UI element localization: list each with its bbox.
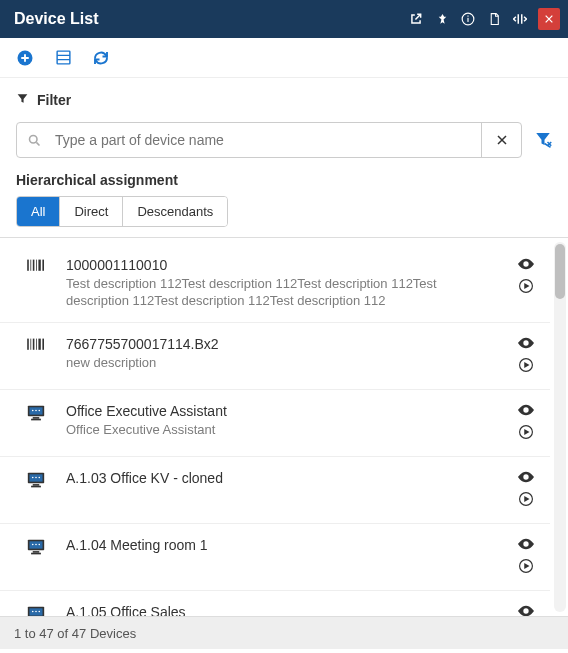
device-row[interactable]: A.1.05 Office Sales: [0, 590, 550, 616]
device-list: 1000001110010Test description 112Test de…: [0, 244, 568, 616]
svg-rect-6: [27, 260, 29, 271]
segment-all[interactable]: All: [17, 197, 59, 226]
svg-rect-30: [33, 484, 40, 486]
device-type-icon: [18, 335, 54, 353]
svg-rect-17: [38, 339, 40, 350]
svg-rect-4: [57, 51, 70, 64]
hierarchical-segment: All Direct Descendants: [16, 196, 228, 227]
device-actions: [512, 335, 540, 377]
svg-rect-16: [36, 339, 37, 350]
device-description: Test description 112Test description 112…: [66, 276, 500, 310]
device-name: A.1.03 Office KV - cloned: [66, 469, 500, 487]
svg-point-24: [32, 410, 34, 412]
device-type-icon: [18, 536, 54, 556]
device-description: new description: [66, 355, 500, 372]
svg-point-41: [35, 544, 37, 546]
device-name: A.1.05 Office Sales: [66, 603, 500, 616]
device-type-icon: [18, 469, 54, 489]
device-text: Office Executive AssistantOffice Executi…: [66, 402, 500, 439]
device-text: 7667755700017114.Bx2new description: [66, 335, 500, 372]
add-icon[interactable]: [16, 49, 34, 67]
hierarchical-label: Hierarchical assignment: [16, 172, 552, 188]
svg-rect-22: [33, 417, 40, 419]
segment-descendants[interactable]: Descendants: [122, 197, 227, 226]
device-row[interactable]: 1000001110010Test description 112Test de…: [0, 244, 550, 322]
device-name: A.1.04 Meeting room 1: [66, 536, 500, 554]
filter-label: Filter: [37, 92, 71, 108]
device-name: 1000001110010: [66, 256, 500, 274]
filter-icon: [16, 92, 29, 108]
scrollbar[interactable]: [554, 242, 566, 612]
toolbar: [0, 38, 568, 78]
device-actions: [512, 603, 540, 616]
play-icon[interactable]: [519, 425, 533, 442]
search-input[interactable]: [51, 123, 481, 157]
device-text: 1000001110010Test description 112Test de…: [66, 256, 500, 310]
svg-point-32: [32, 477, 34, 479]
svg-rect-13: [27, 339, 29, 350]
search-row: [16, 122, 552, 158]
close-icon[interactable]: [538, 8, 560, 30]
svg-point-50: [38, 611, 40, 613]
view-icon[interactable]: [518, 605, 534, 616]
pin-icon[interactable]: [434, 11, 450, 27]
export-pdf-icon[interactable]: [486, 11, 502, 27]
refresh-icon[interactable]: [92, 49, 110, 67]
segment-direct[interactable]: Direct: [59, 197, 122, 226]
svg-rect-11: [42, 260, 44, 271]
device-row[interactable]: 7667755700017114.Bx2new description: [0, 322, 550, 389]
svg-rect-1: [467, 18, 468, 22]
svg-rect-39: [31, 553, 41, 555]
play-icon[interactable]: [519, 358, 533, 375]
footer: 1 to 47 of 47 Devices: [0, 616, 568, 649]
play-icon[interactable]: [519, 492, 533, 509]
svg-point-34: [38, 477, 40, 479]
filter-header: Filter: [16, 92, 552, 108]
svg-rect-10: [38, 260, 40, 271]
view-icon[interactable]: [518, 337, 534, 352]
device-name: 7667755700017114.Bx2: [66, 335, 500, 353]
info-icon[interactable]: [460, 11, 476, 27]
dock-icon[interactable]: [512, 11, 528, 27]
play-icon[interactable]: [519, 279, 533, 296]
view-icon[interactable]: [518, 404, 534, 419]
device-actions: [512, 402, 540, 444]
device-text: A.1.04 Meeting room 1: [66, 536, 500, 554]
svg-point-49: [35, 611, 37, 613]
svg-rect-18: [42, 339, 44, 350]
clear-search-icon[interactable]: [481, 123, 521, 157]
svg-rect-14: [30, 339, 31, 350]
view-icon[interactable]: [518, 538, 534, 553]
svg-point-40: [32, 544, 34, 546]
play-icon[interactable]: [519, 559, 533, 576]
svg-point-5: [29, 135, 37, 143]
device-text: A.1.05 Office Sales: [66, 603, 500, 616]
view-icon[interactable]: [518, 471, 534, 486]
device-list-wrap: 1000001110010Test description 112Test de…: [0, 237, 568, 616]
device-type-icon: [18, 603, 54, 616]
list-view-icon[interactable]: [54, 49, 72, 67]
svg-point-33: [35, 477, 37, 479]
svg-point-25: [35, 410, 37, 412]
device-actions: [512, 536, 540, 578]
device-text: A.1.03 Office KV - cloned: [66, 469, 500, 487]
device-row[interactable]: A.1.04 Meeting room 1: [0, 523, 550, 590]
device-row[interactable]: A.1.03 Office KV - cloned: [0, 456, 550, 523]
svg-rect-38: [33, 551, 40, 553]
scrollbar-thumb[interactable]: [555, 244, 565, 299]
svg-rect-8: [33, 260, 35, 271]
svg-point-48: [32, 611, 34, 613]
device-description: Office Executive Assistant: [66, 422, 500, 439]
external-window-icon[interactable]: [408, 11, 424, 27]
device-row[interactable]: Office Executive AssistantOffice Executi…: [0, 389, 550, 456]
device-type-icon: [18, 256, 54, 274]
search-icon: [17, 123, 51, 157]
svg-rect-9: [36, 260, 37, 271]
svg-point-26: [38, 410, 40, 412]
device-type-icon: [18, 402, 54, 422]
reset-filter-icon[interactable]: [534, 130, 552, 151]
svg-rect-7: [30, 260, 31, 271]
page-title: Device List: [14, 10, 98, 28]
view-icon[interactable]: [518, 258, 534, 273]
filter-section: Filter Hierarchical assignment All Direc…: [0, 78, 568, 237]
